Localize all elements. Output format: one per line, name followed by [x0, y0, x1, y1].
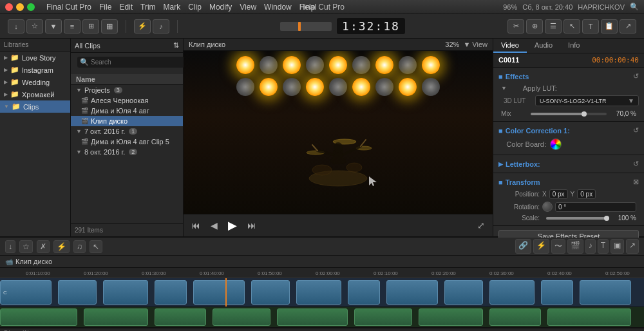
view-filmstrip-button[interactable]: ▦: [101, 19, 118, 33]
menu-fcp[interactable]: Final Cut Pro: [46, 3, 91, 12]
video-button[interactable]: 🎬: [567, 239, 583, 254]
library-item-chromakey[interactable]: ▶ 📁 Хромакей: [0, 88, 70, 100]
clip-block-4[interactable]: [155, 280, 187, 305]
rotation-value-box[interactable]: 0 °: [555, 202, 636, 212]
music-button[interactable]: ♪: [585, 239, 596, 254]
browser-item-clip5[interactable]: 🎬 Дима и Юля 4 авг Clip 5: [71, 137, 183, 147]
audio-clip-1[interactable]: [0, 308, 77, 326]
checkbox-icon[interactable]: ■: [498, 127, 503, 135]
menu-window[interactable]: Window: [264, 3, 292, 12]
menu-clip[interactable]: Clip: [188, 3, 202, 12]
options-icon[interactable]: ↺: [633, 126, 639, 135]
audio-clip-4[interactable]: [213, 308, 270, 326]
color-correction-header[interactable]: ■ Color Correction 1: ↺: [493, 124, 644, 137]
tab-video[interactable]: Video: [493, 39, 527, 53]
tab-audio[interactable]: Audio: [527, 39, 560, 53]
fullscreen-button[interactable]: ⤢: [475, 219, 488, 232]
library-item-clips[interactable]: ▼ 📁 Clips: [0, 100, 70, 113]
letterbox-options-icon[interactable]: ↺: [633, 160, 639, 168]
clip-block-9[interactable]: [386, 280, 438, 305]
checkbox-icon[interactable]: ■: [498, 178, 503, 186]
search-icon[interactable]: 🔍: [630, 3, 639, 11]
audio-clip-5[interactable]: [277, 308, 348, 326]
clip-block-12[interactable]: [541, 280, 573, 305]
browser-item-dima[interactable]: 🎬 Дима и Юля 4 авг: [71, 106, 183, 116]
clip-block-5[interactable]: [193, 280, 245, 305]
clip-block-2[interactable]: [58, 280, 97, 305]
clip-block-8[interactable]: [348, 280, 380, 305]
zoom-button[interactable]: ⊕: [526, 19, 543, 33]
filter-button[interactable]: ▼: [45, 19, 62, 33]
share-tl-button[interactable]: ↗: [626, 239, 639, 254]
expand-icon[interactable]: ▼: [501, 85, 507, 91]
audio-clip-9[interactable]: [547, 308, 631, 326]
clip-block-6[interactable]: [251, 280, 290, 305]
tab-info[interactable]: Info: [560, 39, 587, 53]
menu-trim[interactable]: Trim: [140, 3, 156, 12]
browser-item-alesya[interactable]: 🎬 Алеся Черноокая: [71, 95, 183, 106]
menu-modify[interactable]: Modify: [209, 3, 232, 12]
share-button[interactable]: ☆: [26, 19, 43, 33]
bg-button[interactable]: ▣: [611, 239, 624, 254]
import-button[interactable]: ↓: [8, 19, 24, 33]
menu-file[interactable]: File: [99, 3, 111, 12]
share-export-button[interactable]: ↗: [620, 19, 636, 33]
traffic-lights[interactable]: [5, 3, 35, 11]
go-to-end-button[interactable]: ⏭: [245, 219, 259, 232]
audio-clip-3[interactable]: [155, 308, 206, 326]
library-item-instagram[interactable]: ▶ 📁 Instagram: [0, 64, 70, 76]
transform-header[interactable]: ■ Transform ⊠: [493, 176, 644, 188]
play-reverse-button[interactable]: ◀: [208, 219, 220, 232]
title-button[interactable]: T: [582, 19, 599, 33]
play-button[interactable]: ▶: [225, 217, 240, 234]
checkbox-icon[interactable]: ■: [498, 73, 503, 80]
transform-corner-icon[interactable]: ⊠: [633, 178, 639, 186]
clip-block-13[interactable]: [580, 280, 631, 305]
lut-dropdown[interactable]: U-SONY-S-LOG2-V1-LTR ▼: [535, 95, 639, 106]
close-button[interactable]: [5, 3, 13, 11]
audio-clip-6[interactable]: [354, 308, 412, 326]
browser-search-box[interactable]: 🔍: [77, 57, 184, 68]
sort-icon[interactable]: ⇅: [173, 41, 179, 50]
view-grid-button[interactable]: ⊞: [82, 19, 99, 33]
snap-button[interactable]: ⚡: [533, 239, 549, 254]
library-item-lovestory[interactable]: ▶ 📁 Love Story: [0, 52, 70, 64]
audio-clip-8[interactable]: [489, 308, 541, 326]
timeline-import-button[interactable]: ↓: [5, 240, 15, 253]
projects-section-header[interactable]: ▼ Projects 3: [71, 85, 183, 95]
library-item-wedding[interactable]: ▶ 📁 Wedding: [0, 76, 70, 88]
clip-block-1[interactable]: C: [0, 280, 52, 305]
scale-slider[interactable]: [546, 217, 607, 220]
menu-view[interactable]: View: [240, 3, 256, 12]
blade-button[interactable]: ✂: [507, 19, 524, 33]
timeline-reject-button[interactable]: ✗: [37, 240, 50, 253]
skim-button[interactable]: ⚡: [134, 19, 151, 33]
menu-edit[interactable]: Edit: [119, 3, 133, 12]
rotation-knob[interactable]: [542, 202, 553, 212]
timeline-select-button[interactable]: ↖: [90, 240, 102, 253]
date-section-1[interactable]: ▼ 7 окт. 2016 г. 1: [71, 126, 183, 137]
effects-options-icon[interactable]: ↺: [633, 72, 639, 80]
track-audio-1[interactable]: [0, 307, 644, 328]
timeline-audio-button[interactable]: ♫: [73, 240, 86, 253]
mix-slider[interactable]: [531, 113, 607, 115]
track-video-1[interactable]: C: [0, 278, 644, 307]
search-input[interactable]: [91, 59, 182, 66]
magnetic-button[interactable]: 🔗: [515, 239, 531, 254]
maximize-button[interactable]: [27, 3, 35, 11]
letterbox-header[interactable]: ▶ Letterbox: ↺: [493, 158, 644, 170]
audio-clip-7[interactable]: [419, 308, 483, 326]
date-section-2[interactable]: ▼ 8 окт. 2016 г. 2: [71, 147, 183, 157]
view-list-button[interactable]: ≡: [64, 19, 80, 33]
go-to-start-button[interactable]: ⏮: [189, 219, 203, 232]
clip-block-3[interactable]: [103, 280, 148, 305]
effects-header[interactable]: ■ Effects ↺: [493, 70, 644, 82]
browser-item-klip[interactable]: 🎬 Клип диско: [71, 116, 183, 126]
x-value-box[interactable]: 0 px: [549, 189, 568, 199]
audio-waveform-button[interactable]: 〜: [551, 239, 565, 254]
minimize-button[interactable]: [16, 3, 24, 11]
menu-mark[interactable]: Mark: [164, 3, 181, 12]
clip-block-7[interactable]: [296, 280, 341, 305]
color-board-indicator[interactable]: [550, 138, 562, 150]
generator-button[interactable]: 📋: [601, 19, 618, 33]
